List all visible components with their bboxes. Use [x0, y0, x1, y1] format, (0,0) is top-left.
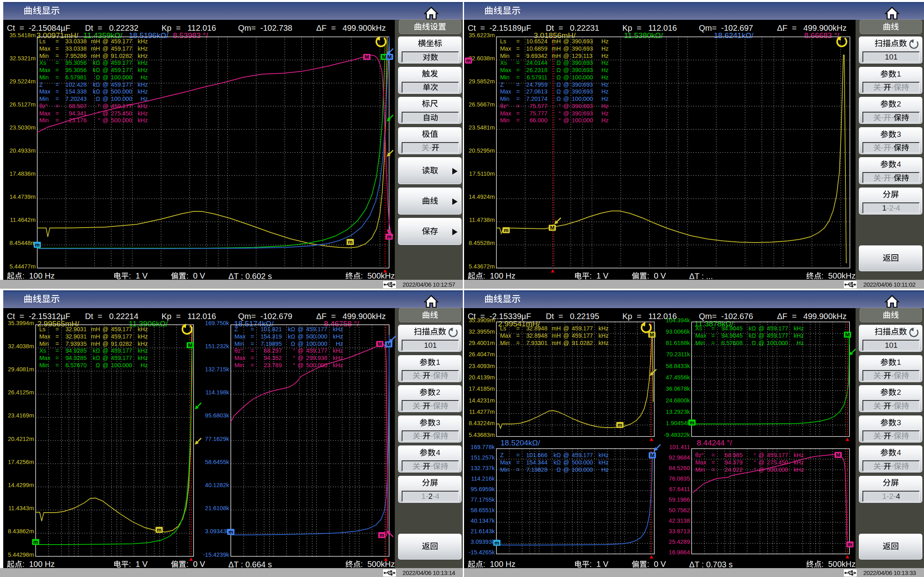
svg-text:M: M — [845, 332, 850, 338]
svg-text:M: M — [382, 54, 387, 60]
svg-text:m: m — [33, 539, 38, 545]
svg-text:M: M — [650, 332, 654, 338]
svg-text:M: M — [650, 452, 655, 458]
svg-text:M: M — [365, 54, 369, 60]
svg-text:m: m — [466, 57, 471, 64]
svg-text:m: m — [348, 239, 353, 245]
svg-text:M: M — [387, 341, 391, 347]
svg-text:m: m — [387, 234, 392, 240]
svg-text:M: M — [188, 342, 193, 348]
svg-text:M: M — [550, 225, 555, 231]
svg-text:m: m — [617, 422, 622, 428]
svg-text:m: m — [690, 419, 694, 426]
svg-text:m: m — [228, 529, 233, 535]
svg-text:m: m — [494, 540, 499, 546]
svg-text:m: m — [379, 532, 384, 538]
svg-text:m: m — [35, 242, 40, 248]
svg-text:M: M — [836, 452, 841, 458]
svg-text:m: m — [504, 227, 509, 233]
svg-text:m: m — [847, 541, 852, 547]
svg-text:M: M — [387, 54, 392, 60]
svg-text:M: M — [378, 341, 382, 347]
svg-text:m: m — [157, 527, 162, 533]
